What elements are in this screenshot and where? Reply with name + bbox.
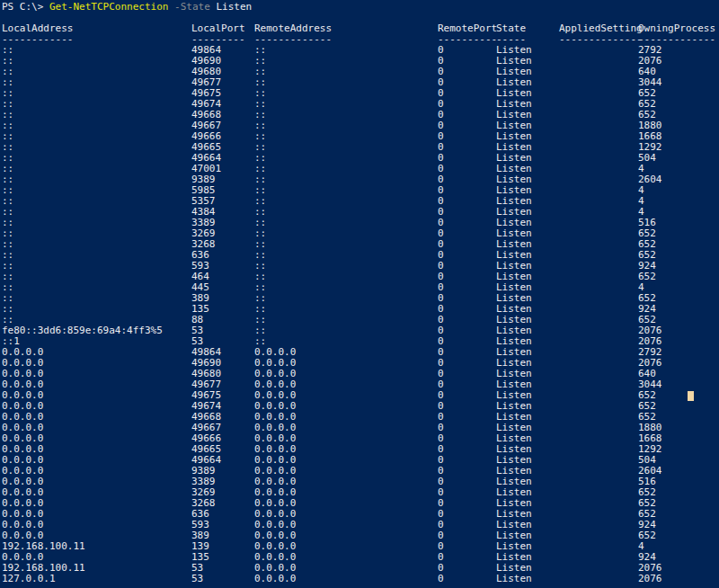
table-row: 0.0.0.0496680.0.0.00Listen652 xyxy=(0,412,719,423)
table-row: 0.0.0.0496650.0.0.00Listen1292 xyxy=(0,444,719,455)
table-underline-row: ----------------------------------------… xyxy=(0,34,719,45)
table-row: 0.0.0.032680.0.0.00Listen652 xyxy=(0,498,719,509)
table-row: ::49666::0Listen1668 xyxy=(0,131,719,142)
table-row: 192.168.100.111390.0.0.00Listen4 xyxy=(0,541,719,552)
table-row: ::9389::0Listen2604 xyxy=(0,174,719,185)
table-rows: ::49864::0Listen2792::49690::0Listen2076… xyxy=(0,45,719,584)
underline-remotePort: ---------- xyxy=(438,34,497,45)
table-row: ::49665::0Listen1292 xyxy=(0,142,719,153)
table-row: 0.0.0.0496770.0.0.00Listen3044 xyxy=(0,379,719,390)
table-row: 0.0.0.0496900.0.0.00Listen2076 xyxy=(0,358,719,369)
table-row: ::49664::0Listen504 xyxy=(0,153,719,164)
command-parameter: -State xyxy=(168,1,209,13)
command-text: Get-NetTCPConnection xyxy=(49,1,168,13)
cell-remoteAddress: 0.0.0.0 xyxy=(254,574,296,584)
cell-localAddress: fe80::3dd6:859e:69a4:4ff3%5 xyxy=(2,325,163,336)
table-row: 0.0.0.0496660.0.0.00Listen1668 xyxy=(0,433,719,444)
terminal-cursor xyxy=(688,391,694,401)
table-row: 0.0.0.03890.0.0.00Listen652 xyxy=(0,530,719,541)
table-row: ::3268::0Listen652 xyxy=(0,239,719,250)
cell-owningProcess: 2076 xyxy=(638,574,662,584)
table-row: ::5985::0Listen4 xyxy=(0,185,719,196)
table-row: fe80::3dd6:859e:69a4:4ff3%553::0Listen20… xyxy=(0,325,719,336)
table-row: ::47001::0Listen4 xyxy=(0,164,719,174)
powershell-terminal[interactable]: PS C:\> Get-NetTCPConnection -State List… xyxy=(0,0,719,588)
table-row: ::49864::0Listen2792 xyxy=(0,45,719,56)
table-row: ::49690::0Listen2076 xyxy=(0,56,719,67)
table-row: 0.0.0.06360.0.0.00Listen652 xyxy=(0,509,719,520)
table-row: ::389::0Listen652 xyxy=(0,293,719,304)
prompt: PS C:\> xyxy=(2,1,49,13)
cell-localPort: 53 xyxy=(191,574,203,584)
command-argument: Listen xyxy=(210,1,252,13)
table-row: ::49668::0Listen652 xyxy=(0,110,719,120)
table-row: 0.0.0.0496800.0.0.00Listen640 xyxy=(0,369,719,379)
table-row: ::3269::0Listen652 xyxy=(0,228,719,239)
table-row: 0.0.0.0496740.0.0.00Listen652 xyxy=(0,401,719,412)
table-row: 0.0.0.0496750.0.0.00Listen652 xyxy=(0,390,719,401)
table-row: ::4384::0Listen4 xyxy=(0,207,719,218)
table-row: ::135::0Listen924 xyxy=(0,304,719,315)
table-row: 0.0.0.0496670.0.0.00Listen1880 xyxy=(0,423,719,433)
table-row: ::153::0Listen2076 xyxy=(0,336,719,347)
table-row: ::49674::0Listen652 xyxy=(0,99,719,110)
underline-appliedSetting: -------------- xyxy=(559,34,643,45)
table-row: ::49675::0Listen652 xyxy=(0,88,719,99)
table-row: 0.0.0.032690.0.0.00Listen652 xyxy=(0,487,719,498)
table-row: 0.0.0.0496640.0.0.00Listen504 xyxy=(0,455,719,466)
table-row: ::464::0Listen652 xyxy=(0,272,719,282)
table-row: ::636::0Listen652 xyxy=(0,250,719,261)
command-line: PS C:\> Get-NetTCPConnection -State List… xyxy=(0,2,719,13)
table-row: ::593::0Listen924 xyxy=(0,261,719,272)
table-row: 0.0.0.01350.0.0.00Listen924 xyxy=(0,552,719,563)
cell-remotePort: 0 xyxy=(438,574,444,584)
table-row: ::49680::0Listen640 xyxy=(0,67,719,77)
cell-state: Listen xyxy=(496,574,532,584)
table-row: 127.0.0.1530.0.0.00Listen2076 xyxy=(0,574,719,584)
table-row: 192.168.100.11530.0.0.00Listen2076 xyxy=(0,563,719,574)
table-row: ::49667::0Listen1880 xyxy=(0,120,719,131)
table-row: 0.0.0.093890.0.0.00Listen2604 xyxy=(0,466,719,477)
table-row: ::5357::0Listen4 xyxy=(0,196,719,207)
table-row: 0.0.0.05930.0.0.00Listen924 xyxy=(0,520,719,530)
table-row: 0.0.0.0498640.0.0.00Listen2792 xyxy=(0,347,719,358)
table-row: ::3389::0Listen516 xyxy=(0,218,719,228)
cell-localAddress: 127.0.0.1 xyxy=(2,574,56,584)
table-row: ::49677::0Listen3044 xyxy=(0,77,719,88)
table-row: 0.0.0.033890.0.0.00Listen516 xyxy=(0,477,719,487)
table-row: ::445::0Listen4 xyxy=(0,282,719,293)
